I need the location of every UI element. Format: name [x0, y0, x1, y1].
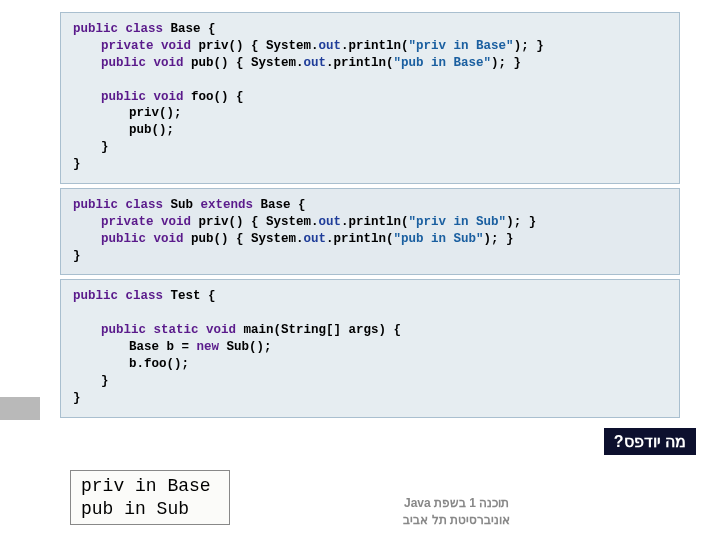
code-line: public static void main(String[] args) {	[73, 322, 667, 339]
text: .println(	[326, 232, 394, 246]
question-badge: מה יודפס?	[604, 428, 696, 455]
keyword: new	[197, 340, 220, 354]
text: .println(	[341, 215, 409, 229]
code-line: private void priv() { System.out.println…	[73, 38, 667, 55]
decorative-stripe	[0, 397, 40, 420]
blank-line	[73, 305, 667, 322]
method-name: main	[244, 323, 274, 337]
text: () { System.	[214, 232, 304, 246]
code-line: private void priv() { System.out.println…	[73, 214, 667, 231]
text: ); }	[506, 215, 536, 229]
text: (String[] args) {	[274, 323, 402, 337]
slide-content: public class Base { private void priv() …	[60, 12, 680, 422]
footer-line: תוכנה 1 בשפת Java	[403, 495, 510, 512]
code-line: }	[73, 390, 667, 407]
code-box-test: public class Test { public static void m…	[60, 279, 680, 417]
method-name: priv	[199, 215, 229, 229]
text: () { System.	[229, 215, 319, 229]
code-line: public void foo() {	[73, 89, 667, 106]
keyword: private void	[101, 215, 199, 229]
footer: תוכנה 1 בשפת Java אוניברסיטת תל אביב	[403, 495, 510, 529]
keyword: public void	[101, 232, 191, 246]
code-line: }	[73, 248, 667, 265]
code-line: public void pub() { System.out.println("…	[73, 231, 667, 248]
text: .println(	[326, 56, 394, 70]
keyword: public class	[73, 198, 171, 212]
text: ); }	[514, 39, 544, 53]
blank-line	[73, 72, 667, 89]
text: () { System.	[229, 39, 319, 53]
keyword: public class	[73, 289, 171, 303]
method-name: foo	[191, 90, 214, 104]
footer-line: אוניברסיטת תל אביב	[403, 512, 510, 529]
string-literal: "priv in Base"	[409, 39, 514, 53]
code-line: public class Base {	[73, 21, 667, 38]
code-line: }	[73, 373, 667, 390]
keyword: public void	[101, 56, 191, 70]
text: .println(	[341, 39, 409, 53]
text: ); }	[491, 56, 521, 70]
keyword: public static void	[101, 323, 244, 337]
code-line: Base b = new Sub();	[73, 339, 667, 356]
code-line: }	[73, 156, 667, 173]
string-literal: "pub in Base"	[394, 56, 492, 70]
code-line: public void pub() { System.out.println("…	[73, 55, 667, 72]
string-literal: "priv in Sub"	[409, 215, 507, 229]
text: {	[201, 289, 216, 303]
code-line: public class Test {	[73, 288, 667, 305]
field: out	[319, 39, 342, 53]
keyword: private void	[101, 39, 199, 53]
keyword: public void	[101, 90, 191, 104]
text: () {	[214, 90, 244, 104]
code-line: b.foo();	[73, 356, 667, 373]
keyword: extends	[193, 198, 261, 212]
method-name: pub	[191, 56, 214, 70]
field: out	[304, 56, 327, 70]
text: Sub();	[219, 340, 272, 354]
keyword: public class	[73, 22, 171, 36]
string-literal: "pub in Sub"	[394, 232, 484, 246]
code-line: public class Sub extends Base {	[73, 197, 667, 214]
code-line: priv();	[73, 105, 667, 122]
class-name: Test	[171, 289, 201, 303]
method-name: pub	[191, 232, 214, 246]
text: Base b =	[129, 340, 197, 354]
code-line: }	[73, 139, 667, 156]
code-box-sub: public class Sub extends Base { private …	[60, 188, 680, 276]
code-line: pub();	[73, 122, 667, 139]
text: {	[291, 198, 306, 212]
output-box: priv in Base pub in Sub	[70, 470, 230, 525]
output-line: priv in Base	[81, 475, 211, 498]
text: ); }	[484, 232, 514, 246]
field: out	[304, 232, 327, 246]
output-line: pub in Sub	[81, 498, 211, 521]
text: () { System.	[214, 56, 304, 70]
class-name: Sub	[171, 198, 194, 212]
code-box-base: public class Base { private void priv() …	[60, 12, 680, 184]
field: out	[319, 215, 342, 229]
parent-class: Base	[261, 198, 291, 212]
class-name: Base	[171, 22, 201, 36]
text: {	[201, 22, 216, 36]
method-name: priv	[199, 39, 229, 53]
